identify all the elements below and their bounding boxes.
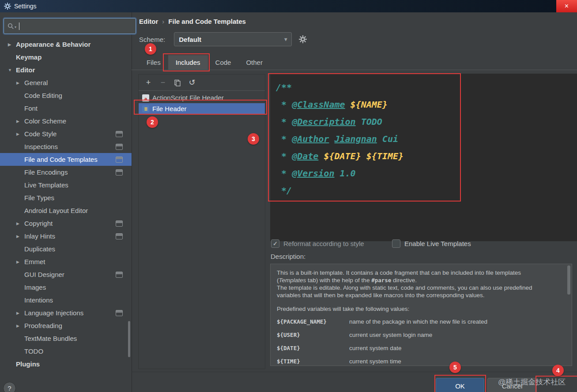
sidebar-item-keymap[interactable]: Keymap xyxy=(0,51,132,63)
breadcrumb-current: File and Code Templates xyxy=(168,18,246,25)
reformat-checkbox[interactable]: ✓ xyxy=(271,239,279,248)
tab-files[interactable]: Files xyxy=(139,55,168,70)
reset-template-button[interactable]: ↺ xyxy=(188,78,196,87)
sidebar-item-label: GUI Designer xyxy=(24,271,64,278)
template-editor[interactable]: /** * @ClassName ${NAME} * @Description … xyxy=(270,74,577,241)
description-panel: This is a built-in template. It contains… xyxy=(270,264,572,366)
variable-description: current user system login name xyxy=(349,332,432,338)
template-list-toolbar: + − ↺ xyxy=(139,75,265,91)
description-line: variables that will then be expanded lik… xyxy=(277,291,566,299)
sidebar-scrollbar[interactable] xyxy=(128,321,130,357)
annotation-step-3: 3 xyxy=(248,133,259,145)
code-line: * @Date ${DATE} ${TIME} xyxy=(276,148,577,165)
template-item-file-header[interactable]: File Header xyxy=(139,103,265,114)
sidebar-item-file-types[interactable]: File Types xyxy=(0,191,132,204)
sidebar-item-gui-designer[interactable]: GUI Designer xyxy=(0,268,132,281)
sidebar-item-label: Emmet xyxy=(24,258,45,265)
sidebar-item-general[interactable]: ▶General xyxy=(0,76,132,89)
tab-code[interactable]: Code xyxy=(208,55,239,70)
description-scrollbar[interactable] xyxy=(567,265,570,295)
chevron-right-icon[interactable]: ▶ xyxy=(16,260,24,264)
ok-button[interactable]: OK xyxy=(436,378,484,392)
chevron-right-icon[interactable]: ▶ xyxy=(16,119,24,123)
tab-other[interactable]: Other xyxy=(238,55,270,70)
breadcrumb-separator-icon: › xyxy=(162,18,164,25)
sidebar-item-code-editing[interactable]: Code Editing xyxy=(0,89,132,102)
chevron-right-icon[interactable]: ▶ xyxy=(16,221,24,226)
sidebar-item-duplicates[interactable]: Duplicates xyxy=(0,243,132,255)
description-line: (Templates tab) with the help of the #pa… xyxy=(277,276,566,284)
variable-description: current system time xyxy=(349,358,401,365)
sidebar-item-label: File Encodings xyxy=(24,168,68,176)
code-line: * @Author Jiangnan Cui xyxy=(276,131,577,148)
remove-template-button[interactable]: − xyxy=(158,78,167,87)
description-line: This is a built-in template. It contains… xyxy=(277,269,566,276)
shared-config-icon xyxy=(116,157,123,163)
sidebar-item-images[interactable]: Images xyxy=(0,281,132,294)
titlebar[interactable]: Settings × xyxy=(0,0,577,12)
chevron-down-icon: ▾ xyxy=(284,36,287,42)
scheme-dropdown[interactable]: Default ▾ xyxy=(174,32,292,46)
sidebar-item-font[interactable]: Font xyxy=(0,102,132,115)
sidebar-item-copyright[interactable]: ▶Copyright xyxy=(0,217,132,230)
sidebar-item-emmet[interactable]: ▶Emmet xyxy=(0,255,132,268)
annotation-step-5: 5 xyxy=(449,362,461,373)
sidebar-item-file-and-code-templates[interactable]: File and Code Templates xyxy=(0,153,132,166)
gear-icon xyxy=(299,35,307,43)
description-line: The template is editable. Along with sta… xyxy=(277,284,566,291)
chevron-right-icon[interactable]: ▶ xyxy=(16,81,24,85)
scheme-actions-button[interactable] xyxy=(299,35,307,43)
sidebar-item-textmate-bundles[interactable]: TextMate Bundles xyxy=(0,332,132,345)
variables-intro: Predefined variables will take the follo… xyxy=(277,305,566,313)
sidebar-item-todo[interactable]: TODO xyxy=(0,345,132,358)
sidebar-item-android-layout-editor[interactable]: Android Layout Editor xyxy=(0,204,132,217)
sidebar-item-inspections[interactable]: Inspections xyxy=(0,140,132,153)
add-template-button[interactable]: + xyxy=(144,78,153,87)
sidebar-item-editor[interactable]: ▼Editor xyxy=(0,63,132,76)
sidebar-item-live-templates[interactable]: Live Templates xyxy=(0,179,132,191)
settings-search-box[interactable]: ▾ xyxy=(4,18,136,34)
template-list: ActionScript File HeaderFile Header xyxy=(139,91,265,114)
search-history-caret-icon[interactable]: ▾ xyxy=(15,25,16,29)
live-templates-checkbox[interactable] xyxy=(392,239,400,248)
live-templates-option: Enable Live Templates xyxy=(392,239,471,248)
reformat-label: Reformat according to style xyxy=(283,240,364,247)
chevron-right-icon[interactable]: ▶ xyxy=(8,42,16,47)
sidebar-item-code-style[interactable]: ▶Code Style xyxy=(0,127,132,140)
sidebar-item-label: Live Templates xyxy=(24,181,68,189)
sidebar-item-label: General xyxy=(24,79,48,86)
template-item-actionscript-file-header[interactable]: ActionScript File Header xyxy=(139,92,265,103)
sidebar-item-language-injections[interactable]: ▶Language Injections xyxy=(0,306,132,319)
code-line: /** xyxy=(276,79,577,96)
tab-includes[interactable]: Includes xyxy=(168,55,208,70)
sidebar-item-label: Code Editing xyxy=(24,92,62,99)
sidebar-item-color-scheme[interactable]: ▶Color Scheme xyxy=(0,115,132,127)
sidebar-item-inlay-hints[interactable]: ▶Inlay Hints xyxy=(0,230,132,243)
breadcrumb-parent[interactable]: Editor xyxy=(139,18,158,25)
sidebar-item-label: Code Style xyxy=(24,130,57,138)
chevron-down-icon[interactable]: ▼ xyxy=(8,68,16,72)
sidebar-item-label: Inspections xyxy=(24,143,58,150)
copy-template-button[interactable] xyxy=(173,78,182,87)
code-line: */ xyxy=(276,182,577,199)
chevron-right-icon[interactable]: ▶ xyxy=(16,132,24,136)
settings-tree: ▶Appearance & BehaviorKeymap▼Editor▶Gene… xyxy=(0,38,132,370)
chevron-right-icon[interactable]: ▶ xyxy=(16,324,24,328)
sidebar-item-proofreading[interactable]: ▶Proofreading xyxy=(0,319,132,332)
chevron-right-icon[interactable]: ▶ xyxy=(16,234,24,239)
chevron-right-icon[interactable]: ▶ xyxy=(16,311,24,315)
scheme-label: Scheme: xyxy=(139,36,165,43)
template-tabs: FilesIncludesCodeOther xyxy=(139,55,270,70)
sidebar-item-appearance-behavior[interactable]: ▶Appearance & Behavior xyxy=(0,38,132,51)
variable-row: ${PACKAGE_NAME}name of the package in wh… xyxy=(277,315,566,328)
shared-config-icon xyxy=(116,131,123,137)
template-editor-code: /** * @ClassName ${NAME} * @Description … xyxy=(276,79,577,199)
sidebar-item-plugins[interactable]: Plugins xyxy=(0,358,132,370)
sidebar-item-intentions[interactable]: Intentions xyxy=(0,294,132,306)
search-input[interactable] xyxy=(19,22,132,30)
close-button[interactable]: × xyxy=(556,0,577,12)
variable-row: ${DATE}current system date xyxy=(277,341,566,355)
sidebar-item-file-encodings[interactable]: File Encodings xyxy=(0,166,132,179)
shared-config-icon xyxy=(116,233,123,239)
help-button[interactable]: ? xyxy=(3,382,16,392)
